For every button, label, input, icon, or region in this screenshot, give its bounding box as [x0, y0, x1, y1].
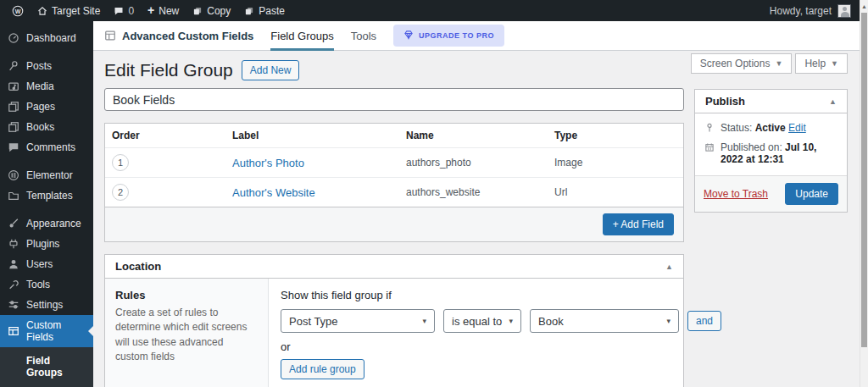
column-type: Type: [548, 130, 683, 141]
tab-tools[interactable]: Tools: [351, 21, 376, 51]
paste-icon: [244, 6, 254, 16]
howdy-user-menu[interactable]: Howdy, target: [770, 5, 832, 17]
sidebar-item-pages[interactable]: Pages: [0, 97, 93, 117]
published-row: Published on: Jul 10, 2022 at 12:31: [704, 141, 837, 165]
sidebar-item-custom-fields[interactable]: Custom Fields: [0, 315, 93, 347]
submenu-item-field-groups[interactable]: Field Groups: [0, 351, 93, 382]
acf-header-bar: Advanced Custom Fields Field Groups Tool…: [93, 21, 860, 51]
sidebar-item-comments[interactable]: Comments: [0, 137, 93, 158]
svg-text:W: W: [15, 8, 21, 14]
screen-options-label: Screen Options: [700, 58, 771, 69]
and-rule-button[interactable]: and: [687, 311, 721, 331]
editor-column: Order Label Name Type 1 Author's Photo a…: [104, 88, 684, 387]
sidebar-item-label: Dashboard: [26, 32, 76, 44]
chevron-down-icon: ▾: [666, 317, 670, 325]
sidebar-item-plugins[interactable]: Plugins: [0, 234, 93, 254]
sidebar-item-elementor[interactable]: Elementor: [0, 165, 93, 185]
sidebar-item-label: Appearance: [26, 218, 81, 229]
field-type: Url: [548, 186, 683, 198]
main-content: Advanced Custom Fields Field Groups Tool…: [93, 21, 860, 387]
field-label-link[interactable]: Author's Website: [232, 186, 315, 199]
upgrade-to-pro-button[interactable]: UPGRADE TO PRO: [393, 25, 504, 47]
rule-operator-select[interactable]: is equal to ▾: [443, 309, 521, 333]
or-label: or: [281, 340, 721, 353]
screen-options-button[interactable]: Screen Options ▼: [691, 53, 793, 74]
sidebar-item-appearance[interactable]: Appearance: [0, 213, 93, 234]
field-order-handle[interactable]: 2: [112, 184, 129, 201]
sidebar-item-label: Custom Fields: [26, 319, 86, 343]
column-order: Order: [105, 130, 225, 141]
rule-row: Post Type ▾ is equal to ▾ Book ▾: [281, 309, 721, 333]
collapse-icon[interactable]: ▲: [829, 97, 837, 106]
sidebar-item-books[interactable]: Books: [0, 117, 93, 137]
update-button[interactable]: Update: [785, 183, 838, 205]
add-field-button[interactable]: + Add Field: [603, 213, 674, 235]
help-button[interactable]: Help ▼: [795, 53, 848, 74]
acf-grid-icon: [104, 30, 116, 41]
sidebar-item-posts[interactable]: Posts: [0, 56, 93, 76]
sidebar-item-tools[interactable]: Tools: [0, 274, 93, 295]
pin-icon: [7, 60, 19, 72]
location-title: Location: [115, 260, 161, 273]
add-new-button[interactable]: Add New: [242, 60, 300, 80]
field-type: Image: [548, 157, 683, 169]
show-if-label: Show this field group if: [281, 289, 721, 301]
comments-count: 0: [128, 5, 134, 17]
plus-icon: +: [147, 4, 154, 16]
sidebar-item-templates[interactable]: Templates: [0, 185, 93, 206]
status-value: Active: [755, 122, 786, 134]
custom-fields-icon: [7, 325, 19, 337]
rule-param-value: Post Type: [289, 315, 338, 328]
elementor-icon: [7, 169, 19, 181]
add-rule-group-button[interactable]: Add rule group: [281, 359, 364, 379]
chevron-down-icon: ▼: [831, 59, 838, 68]
help-label: Help: [804, 58, 826, 69]
sliders-icon: [7, 299, 19, 311]
collapse-icon[interactable]: ▲: [665, 263, 673, 271]
wordpress-logo-menu[interactable]: W: [5, 0, 31, 21]
page-scrollbar[interactable]: ▲: [860, 0, 868, 387]
scrollbar-up-arrow-icon[interactable]: ▲: [860, 0, 868, 12]
location-rules-editor: Show this field group if Post Type ▾ is …: [269, 279, 733, 387]
site-name: Target Site: [52, 5, 100, 17]
sidebar-item-label: Posts: [26, 60, 52, 72]
paste-button[interactable]: Paste: [237, 0, 292, 21]
copy-icon: [192, 6, 203, 16]
sidebar-item-label: Comments: [26, 141, 75, 153]
move-to-trash-link[interactable]: Move to Trash: [704, 188, 768, 200]
sidebar-item-label: Templates: [26, 190, 73, 202]
submenu-item-add-new[interactable]: Add New: [0, 382, 93, 387]
sidebar-item-dashboard[interactable]: Dashboard: [0, 28, 93, 48]
user-avatar[interactable]: [837, 4, 851, 18]
sidebar-item-label: Settings: [26, 299, 63, 311]
scrollbar-thumb[interactable]: [861, 13, 867, 347]
publish-header: Publish ▲: [695, 90, 847, 113]
comments-bubble-icon: [114, 6, 124, 16]
site-link[interactable]: Target Site: [31, 0, 107, 21]
acf-title: Advanced Custom Fields: [122, 30, 253, 42]
paste-label: Paste: [259, 5, 285, 17]
field-group-title-input[interactable]: [104, 88, 684, 111]
diamond-icon: [403, 30, 414, 41]
tab-field-groups[interactable]: Field Groups: [270, 21, 333, 51]
custom-fields-submenu: Field Groups Add New Tools: [0, 347, 93, 387]
field-label-link[interactable]: Author's Photo: [232, 157, 304, 169]
sidebar-item-label: Users: [26, 258, 53, 270]
sidebar-item-users[interactable]: Users: [0, 254, 93, 274]
edit-status-link[interactable]: Edit: [788, 122, 806, 134]
status-pin-icon: [704, 123, 715, 133]
acf-logo: Advanced Custom Fields: [104, 30, 253, 42]
rule-value-select[interactable]: Book ▾: [530, 309, 679, 333]
rule-param-select[interactable]: Post Type ▾: [281, 309, 435, 333]
sidebar-item-media[interactable]: Media: [0, 76, 93, 97]
copy-button[interactable]: Copy: [186, 0, 237, 21]
screen-meta: Screen Options ▼ Help ▼: [691, 53, 848, 74]
plug-icon: [7, 238, 19, 250]
comments-shortcut[interactable]: 0: [107, 0, 141, 21]
sidebar-item-label: Plugins: [26, 238, 59, 250]
field-order-handle[interactable]: 1: [112, 154, 129, 171]
sidebar-item-settings[interactable]: Settings: [0, 295, 93, 315]
new-content-menu[interactable]: + New: [141, 0, 186, 21]
comment-icon: [7, 141, 19, 153]
status-prefix: Status:: [721, 122, 752, 134]
